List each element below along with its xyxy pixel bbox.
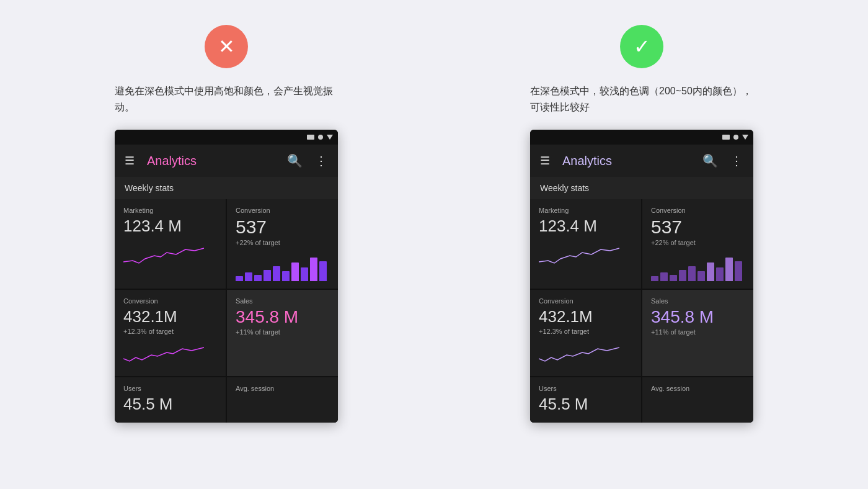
- good-status-bar: [530, 130, 753, 145]
- good-card-users-value: 45.5 M: [539, 395, 632, 414]
- bar-10: [319, 261, 327, 281]
- good-card-conversion-bottom: Conversion 432.1M +12.3% of target: [530, 290, 641, 376]
- bad-marketing-chart: [123, 237, 204, 268]
- search-icon[interactable]: 🔍: [285, 151, 305, 171]
- bad-phone-mockup: ☰ Analytics 🔍 ⋮ Weekly stats Marketing 1…: [115, 130, 338, 423]
- good-status-triangle: [742, 135, 748, 140]
- good-search-icon[interactable]: 🔍: [700, 151, 720, 171]
- good-card-conversion-bottom-sub: +12.3% of target: [539, 328, 632, 335]
- good-bar-4: [679, 270, 686, 281]
- bad-card-sales: Sales 345.8 M +11% of target: [227, 290, 338, 376]
- bad-card-users: Users 45.5 M: [115, 377, 226, 423]
- good-card-sales-sub: +11% of target: [651, 328, 745, 336]
- good-bar-5: [688, 266, 696, 281]
- bad-card-sales-value: 345.8 M: [236, 307, 329, 327]
- more-icon[interactable]: ⋮: [312, 151, 330, 171]
- good-card-marketing: Marketing 123.4 M: [530, 199, 641, 289]
- status-icon-1: [307, 135, 314, 140]
- good-card-conversion-top: Conversion 537 +22% of target: [642, 199, 753, 289]
- bad-card-conversion-top-value: 537: [236, 217, 329, 238]
- bad-conversion-chart: [123, 335, 204, 366]
- good-hamburger-icon[interactable]: ☰: [538, 151, 552, 170]
- bad-card-conversion-bottom-label: Conversion: [123, 297, 217, 305]
- good-bar-6: [698, 271, 705, 281]
- good-card-marketing-label: Marketing: [539, 207, 632, 214]
- good-section-label: Weekly stats: [530, 177, 753, 199]
- good-card-conversion-top-label: Conversion: [651, 207, 745, 214]
- good-cards-grid: Marketing 123.4 M Conversion 537 +22% of…: [530, 199, 753, 423]
- bad-card-conversion-bottom: Conversion 432.1M +12.3% of target: [115, 290, 226, 376]
- bad-card-avg-session: Avg. session: [227, 377, 338, 423]
- bad-card-sales-label: Sales: [236, 297, 329, 305]
- good-card-sales-label: Sales: [651, 297, 745, 305]
- status-triangle: [327, 135, 333, 140]
- good-card-conversion-top-sub: +22% of target: [651, 239, 745, 246]
- x-icon: ✕: [218, 37, 235, 56]
- good-bar-10: [735, 261, 742, 281]
- bad-description: 避免在深色模式中使用高饱和颜色，会产生视觉振动。: [115, 83, 338, 115]
- bad-badge: ✕: [205, 25, 248, 68]
- good-card-avg-session-label: Avg. session: [651, 385, 745, 392]
- bar-2: [245, 272, 252, 281]
- bad-card-users-value: 45.5 M: [123, 395, 217, 414]
- bad-card-marketing: Marketing 123.4 M: [115, 199, 226, 289]
- bad-app-title: Analytics: [147, 154, 277, 168]
- good-app-bar: ☰ Analytics 🔍 ⋮: [530, 145, 753, 177]
- bad-card-conversion-top: Conversion 537 +22% of target: [227, 199, 338, 289]
- bad-bar-chart: [236, 250, 329, 281]
- page-container: ✕ 避免在深色模式中使用高饱和颜色，会产生视觉振动。 ☰ Analytics 🔍…: [37, 25, 831, 423]
- good-app-title: Analytics: [562, 154, 693, 168]
- bad-cards-grid: Marketing 123.4 M Conversion 537 +22% of…: [115, 199, 338, 423]
- bad-card-conversion-top-label: Conversion: [236, 207, 329, 214]
- bad-status-bar: [115, 130, 338, 145]
- bar-5: [273, 266, 280, 281]
- good-bar-8: [716, 267, 724, 281]
- bar-7: [291, 262, 299, 281]
- good-status-dot: [733, 135, 738, 140]
- good-card-users-label: Users: [539, 385, 632, 392]
- good-bar-chart: [651, 250, 745, 281]
- good-badge: ✓: [620, 25, 663, 68]
- bad-card-users-label: Users: [123, 385, 217, 392]
- bar-4: [264, 270, 271, 281]
- bad-card-marketing-value: 123.4 M: [123, 217, 217, 236]
- good-bar-3: [670, 275, 677, 281]
- good-card-conversion-bottom-label: Conversion: [539, 297, 632, 305]
- good-bar-1: [651, 276, 658, 281]
- bar-9: [310, 258, 317, 281]
- good-description: 在深色模式中，较浅的色调（200~50内的颜色），可读性比较好: [530, 83, 753, 115]
- bad-card-conversion-top-sub: +22% of target: [236, 239, 329, 246]
- good-card-users: Users 45.5 M: [530, 377, 641, 423]
- good-card-marketing-value: 123.4 M: [539, 217, 632, 236]
- good-bar-9: [725, 258, 733, 281]
- good-card-avg-session: Avg. session: [642, 377, 753, 423]
- bad-card-sales-sub: +11% of target: [236, 328, 329, 336]
- good-marketing-chart: [539, 237, 619, 268]
- bad-card-avg-session-label: Avg. session: [236, 385, 329, 392]
- good-card-sales: Sales 345.8 M +11% of target: [642, 290, 753, 376]
- good-bar-7: [707, 262, 714, 281]
- check-icon: ✓: [634, 37, 650, 56]
- good-example-column: ✓ 在深色模式中，较浅的色调（200~50内的颜色），可读性比较好 ☰ Anal…: [453, 25, 831, 423]
- hamburger-icon[interactable]: ☰: [122, 151, 137, 170]
- bad-app-bar: ☰ Analytics 🔍 ⋮: [115, 145, 338, 177]
- good-more-icon[interactable]: ⋮: [728, 151, 746, 171]
- bad-card-conversion-bottom-sub: +12.3% of target: [123, 328, 217, 335]
- good-phone-mockup: ☰ Analytics 🔍 ⋮ Weekly stats Marketing 1…: [530, 130, 753, 423]
- bad-section-label: Weekly stats: [115, 177, 338, 199]
- bad-example-column: ✕ 避免在深色模式中使用高饱和颜色，会产生视觉振动。 ☰ Analytics 🔍…: [37, 25, 415, 423]
- bar-8: [301, 267, 308, 281]
- good-status-icon-1: [722, 135, 730, 140]
- bar-3: [254, 275, 262, 281]
- good-conversion-chart: [539, 335, 619, 366]
- status-dot: [318, 135, 323, 140]
- good-bar-2: [660, 272, 668, 281]
- good-card-conversion-top-value: 537: [651, 217, 745, 238]
- bar-6: [282, 271, 290, 281]
- bad-card-conversion-bottom-value: 432.1M: [123, 307, 217, 326]
- good-card-conversion-bottom-value: 432.1M: [539, 307, 632, 326]
- good-card-sales-value: 345.8 M: [651, 307, 745, 327]
- bar-1: [236, 276, 243, 281]
- bad-card-marketing-label: Marketing: [123, 207, 217, 214]
